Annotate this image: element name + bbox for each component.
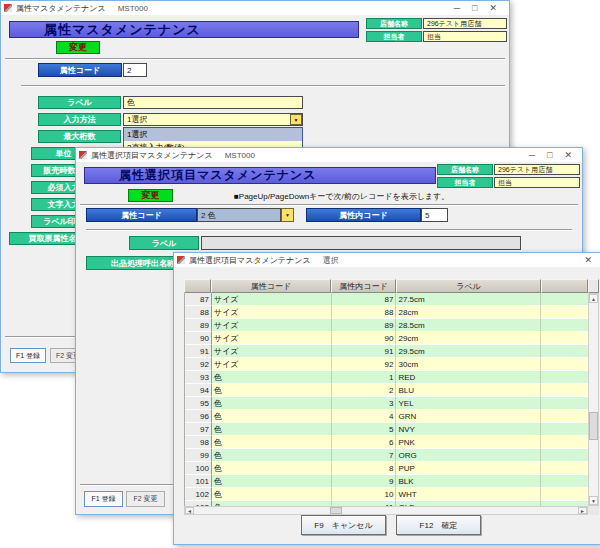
vertical-scroll-thumb[interactable] [589,412,598,440]
cell-inner-code: 1 [332,371,397,384]
dropdown-item-select[interactable]: 1選択 [124,128,302,141]
row-number: 102 [185,488,212,501]
table-row[interactable]: 89サイズ8928.5cm [185,319,588,332]
cell-label: RED [396,371,541,384]
table-row[interactable]: 102色10WHT [185,488,588,501]
label-field-input[interactable]: 色 [123,96,303,109]
cell-attr-code: 色 [212,410,332,423]
header-inner-code: 属性内コード [331,279,396,293]
scroll-left-icon[interactable]: ◄ [185,507,194,514]
window3-title-code: 選択 [323,255,339,266]
header-corner [588,279,599,293]
minimize-icon[interactable]: ─ [454,3,460,13]
staff-field[interactable]: 担当 [423,31,507,42]
f12-confirm-button[interactable]: F12 確定 [396,515,481,535]
cell-label: 27.5cm [396,293,541,306]
window2-header: 属性選択項目マスタメンテナンス [84,167,436,184]
cell-inner-code: 88 [332,306,397,319]
app-icon [79,151,87,159]
table-row[interactable]: 87サイズ8727.5cm [185,293,588,306]
cell-attr-code: 色 [212,488,332,501]
input-method-combo[interactable]: 1選択 [123,113,303,126]
cell-label: NVY [396,423,541,436]
window2-title: 属性選択項目マスタメンテナンス [91,150,213,161]
table-row[interactable]: 90サイズ9029cm [185,332,588,345]
scroll-down-icon[interactable]: ▼ [589,496,598,505]
cell-inner-code: 5 [332,423,397,436]
attr-code-value[interactable]: 2 [123,63,147,77]
table-row[interactable]: 96色4GRN [185,410,588,423]
cell-attr-code: 色 [212,423,332,436]
cell-label: 28.5cm [396,319,541,332]
cell-extra [541,293,588,306]
table-row[interactable]: 93色1RED [185,371,588,384]
cell-attr-code: 色 [212,397,332,410]
cell-extra [541,462,588,475]
cell-label: PUP [396,462,541,475]
table-row[interactable]: 94色2BLU [185,384,588,397]
input-method-label: 入力方法 [38,113,121,126]
close-icon[interactable]: ✕ [489,3,497,13]
cell-attr-code: 色 [212,436,332,449]
table-row[interactable]: 92サイズ9230cm [185,358,588,371]
cell-label: BLK [396,475,541,488]
maximize-icon[interactable]: □ [472,3,477,13]
cell-extra [541,319,588,332]
f1-register-button[interactable]: F1 登録 [84,491,123,507]
scroll-up-icon[interactable]: ▲ [589,294,598,303]
close-icon[interactable]: ✕ [584,255,592,265]
input-method-dropdown-icon[interactable]: ▼ [290,114,302,125]
f1-register-button[interactable]: F1 登録 [10,348,46,363]
cell-inner-code: 10 [332,488,397,501]
label-field-input[interactable] [201,236,521,250]
scroll-right-icon[interactable]: ► [578,507,587,514]
attr-inner-code-value[interactable]: 5 [421,208,448,222]
window2-title-code: MST000 [225,151,255,160]
cell-inner-code: 4 [332,410,397,423]
change-mode-button[interactable]: 変更 [128,189,173,202]
cell-inner-code: 90 [332,332,397,345]
row-number: 99 [185,449,212,462]
window3-title: 属性選択項目マスタメンテナンス [189,255,311,266]
vertical-scrollbar[interactable]: ▲ ▼ [588,293,599,506]
window3-titlebar[interactable]: 属性選択項目マスタメンテナンス 選択 [174,253,600,267]
cell-inner-code: 8 [332,462,397,475]
store-name-field[interactable]: 296テスト用店舗 [423,18,507,29]
minimize-icon[interactable]: ─ [529,150,535,160]
cell-inner-code: 92 [332,358,397,371]
cell-extra [541,449,588,462]
attr-inner-code-label: 属性内コード [306,208,421,222]
window1-titlebar[interactable]: 属性マスタメンテナンス MST000 [1,1,509,15]
table-row[interactable]: 91サイズ9129.5cm [185,345,588,358]
cell-attr-code: 色 [212,449,332,462]
f9-cancel-button[interactable]: F9 キャンセル [301,515,386,535]
cell-label: 29.5cm [396,345,541,358]
table-row[interactable]: 98色6PNK [185,436,588,449]
table-row[interactable]: 95色3YEL [185,397,588,410]
table-header-row: 属性コード 属性内コード ラベル [184,279,599,293]
cell-inner-code: 9 [332,475,397,488]
table-row[interactable]: 97色5NVY [185,423,588,436]
table-row[interactable]: 88サイズ8828cm [185,306,588,319]
store-name-field[interactable]: 296テスト用店舗 [494,164,580,175]
cell-label: WHT [396,488,541,501]
table-row[interactable]: 100色8PUP [185,462,588,475]
header-rownum [184,279,211,293]
table-row[interactable]: 101色9BLK [185,475,588,488]
staff-field[interactable]: 担当 [494,177,580,188]
attr-code-dropdown-icon[interactable]: ▼ [281,208,294,222]
f2-change-button[interactable]: F2 変更 [126,491,165,507]
maximize-icon[interactable]: □ [547,150,552,160]
cell-extra [541,475,588,488]
change-mode-button[interactable]: 変更 [56,41,100,54]
cell-attr-code: 色 [212,462,332,475]
cell-inner-code: 91 [332,345,397,358]
attr-code-combo-value[interactable]: 2 色 [197,208,281,222]
horizontal-scrollbar[interactable]: ◄ ► [184,506,588,515]
window2-titlebar[interactable]: 属性選択項目マスタメンテナンス MST000 [76,148,582,162]
table-row[interactable]: 99色7ORG [185,449,588,462]
header-attr-code: 属性コード [211,279,331,293]
cell-extra [541,384,588,397]
close-icon[interactable]: ✕ [564,150,572,160]
horizontal-scroll-thumb[interactable] [330,507,342,514]
